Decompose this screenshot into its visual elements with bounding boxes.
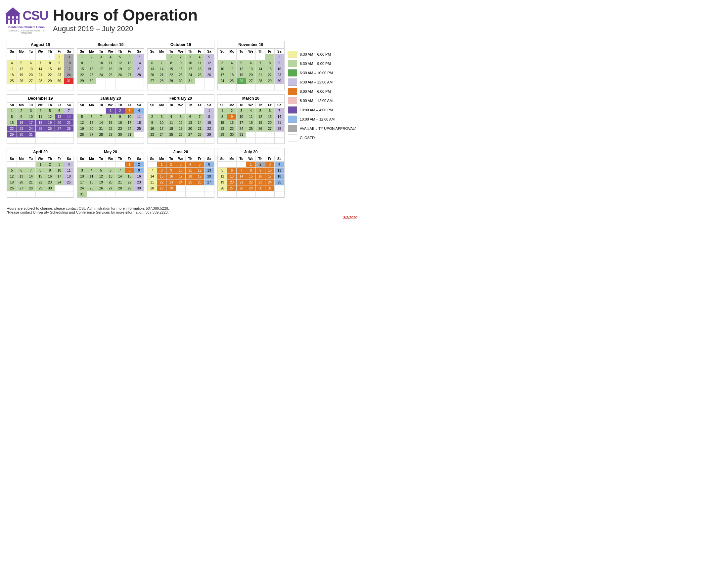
calendar-day: 11 <box>185 167 195 173</box>
day-header: Su <box>148 156 157 161</box>
day-header: Sa <box>134 102 144 108</box>
day-header: Tu <box>237 102 246 108</box>
legend-label: CLOSED <box>300 136 315 140</box>
calendar-day: 1 <box>265 54 275 60</box>
calendar-day: 3 <box>55 161 64 167</box>
calendar-day <box>134 131 144 137</box>
calendar-day: 13 <box>17 173 26 179</box>
calendar-day: 3 <box>125 108 134 114</box>
calendar-day: 3 <box>77 167 87 173</box>
legend-color-box <box>288 106 297 114</box>
calendar-day: 4 <box>195 54 205 60</box>
day-header: Sa <box>64 102 74 108</box>
day-header: Sa <box>275 49 284 54</box>
calendar-day: 1 <box>205 108 214 114</box>
calendar-day <box>237 191 246 197</box>
calendar-day: 11 <box>87 173 96 179</box>
day-header: Su <box>77 102 87 108</box>
calendar-title: June 20 <box>147 148 214 156</box>
calendar-day <box>134 137 144 143</box>
day-header: Su <box>148 49 157 54</box>
svg-rect-5 <box>8 20 10 24</box>
calendar-day: 15 <box>7 119 17 125</box>
svg-rect-3 <box>12 16 14 19</box>
calendar-day: 10 <box>77 173 87 179</box>
calendar-day: 19 <box>195 173 205 179</box>
calendar-day <box>275 137 284 143</box>
calendar-day: 24 <box>26 125 36 131</box>
calendar-day: 4 <box>64 161 74 167</box>
calendar-day: 9 <box>227 114 237 119</box>
calendar-day <box>115 84 125 90</box>
calendar-day: 13 <box>87 119 96 125</box>
calendar-day: 24 <box>77 185 87 191</box>
legend-color-box <box>288 125 297 132</box>
calendar-day: 3 <box>64 54 74 60</box>
calendar-day: 20 <box>125 66 134 72</box>
calendar-day: 27 <box>26 78 36 84</box>
calendar-day: 28 <box>115 185 125 191</box>
calendar-day: 19 <box>96 179 106 185</box>
calendar-day: 29 <box>106 131 115 137</box>
calendar-day: 6 <box>246 60 256 66</box>
calendar-day: 12 <box>237 66 246 72</box>
calendar-table: SuMoTuWeThFrSa12345678910111213141516171… <box>217 156 284 197</box>
calendar-day: 7 <box>36 60 45 66</box>
calendar-day: 9 <box>255 167 265 173</box>
calendar-day: 13 <box>106 173 115 179</box>
day-header: Mo <box>157 49 166 54</box>
calendar-day: 4 <box>166 114 176 119</box>
calendar-day: 7 <box>275 108 284 114</box>
day-header: We <box>176 49 186 54</box>
calendar-day <box>26 84 36 90</box>
calendar-day <box>176 84 186 90</box>
calendar-day: 9 <box>17 114 26 119</box>
calendar-day <box>205 78 214 84</box>
calendar-day <box>205 137 214 143</box>
calendar-day: 12 <box>115 60 125 66</box>
calendar-day: 20 <box>55 119 64 125</box>
calendar-day: 8 <box>7 114 17 119</box>
calendar-day: 4 <box>7 60 17 66</box>
calendar-day: 24 <box>218 78 227 84</box>
calendar-day: 29 <box>157 185 166 191</box>
calendar-day <box>255 137 265 143</box>
calendar-day: 26 <box>255 125 265 131</box>
calendar-day: 18 <box>106 66 115 72</box>
day-header: Mo <box>17 49 26 54</box>
calendar-day: 27 <box>125 72 134 78</box>
calendar-day: 16 <box>87 66 96 72</box>
day-header: Th <box>115 102 125 108</box>
calendar-day <box>218 84 227 90</box>
legend-color-box <box>288 116 297 123</box>
calendar-day: 12 <box>96 173 106 179</box>
calendar-day <box>106 191 115 197</box>
calendar-day <box>55 191 64 197</box>
day-header: Fr <box>55 49 64 54</box>
calendar-day: 29 <box>265 78 275 84</box>
calendar-day: 21 <box>195 125 205 131</box>
calendar-day: 24 <box>96 72 106 78</box>
calendar-day: 22 <box>218 125 227 131</box>
day-header: We <box>176 156 186 161</box>
day-header: We <box>106 156 115 161</box>
calendar-day: 17 <box>125 119 134 125</box>
calendar-day: 18 <box>7 72 17 78</box>
calendar-day: 29 <box>166 78 176 84</box>
calendar-day: 15 <box>205 119 214 125</box>
calendar-day: 2 <box>255 161 265 167</box>
calendar-day: 8 <box>246 167 256 173</box>
calendar-day: 5 <box>205 54 214 60</box>
calendar-day: 3 <box>26 108 36 114</box>
calendar-day <box>115 191 125 197</box>
calendar-day: 1 <box>77 54 87 60</box>
calendar-day: 7 <box>148 167 157 173</box>
footer-date: 3/2/2020 <box>7 215 357 219</box>
calendar-table: SuMoTuWeThFrSa12345678910111213141516171… <box>147 156 214 197</box>
calendar-day: 20 <box>246 72 256 78</box>
calendar-day: 4 <box>36 108 45 114</box>
day-header: Fr <box>125 102 134 108</box>
calendar-day: 29 <box>205 131 214 137</box>
calendar-day: 25 <box>275 179 284 185</box>
day-header: Tu <box>26 49 36 54</box>
